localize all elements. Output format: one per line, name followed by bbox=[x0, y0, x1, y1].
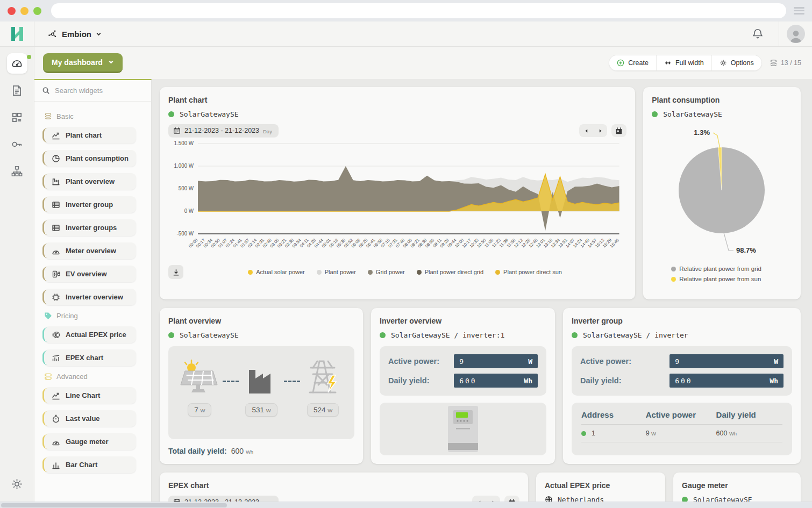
legend-item-relative-plant-power-from-sun[interactable]: Relative plant power from sun bbox=[671, 276, 792, 282]
pie-icon bbox=[52, 154, 60, 163]
device-name: SolarGatewaySE bbox=[180, 331, 239, 339]
nav-widgets[interactable] bbox=[7, 107, 27, 127]
gear-icon bbox=[11, 478, 23, 490]
widget-item-inverter-groups[interactable]: Inverter groups bbox=[44, 219, 136, 236]
scrollbar-thumb[interactable] bbox=[1, 503, 227, 507]
accent-arc bbox=[42, 174, 47, 189]
legend-dot bbox=[417, 270, 422, 275]
ev-icon bbox=[52, 270, 60, 278]
nav-access-keys[interactable] bbox=[7, 134, 27, 154]
calendar-today-icon bbox=[615, 127, 623, 134]
widget-item-gauge-meter[interactable]: Gauge meter bbox=[44, 433, 136, 450]
accent-arc bbox=[42, 151, 47, 166]
legend-item-plant-power[interactable]: Plant power bbox=[317, 269, 356, 275]
active-power-label: Active power: bbox=[580, 357, 631, 366]
legend-item-plant-power-direct-grid[interactable]: Plant power direct grid bbox=[417, 269, 483, 275]
triangle-right-icon bbox=[597, 128, 603, 134]
daily-yield-value-box: 600 Wh bbox=[454, 374, 538, 388]
browser-chrome bbox=[0, 0, 812, 22]
search-input[interactable] bbox=[55, 87, 144, 95]
widget-item-inverter-group[interactable]: Inverter group bbox=[44, 196, 136, 213]
widget-item-epex-chart[interactable]: EPEX chart bbox=[44, 349, 136, 366]
nav-dashboards[interactable] bbox=[7, 53, 27, 74]
solar-power-value: 7 W bbox=[188, 403, 211, 417]
widget-item-plant-consumption[interactable]: Plant consumption bbox=[44, 150, 136, 167]
widget-item-actual-epex-price[interactable]: Actual EPEX price bbox=[44, 326, 136, 343]
app-logo[interactable] bbox=[0, 22, 34, 46]
accent-arc bbox=[42, 128, 47, 142]
widget-item-last-value[interactable]: Last value bbox=[44, 410, 136, 427]
date-range-value: 21-12-2023 - 21-12-2023 bbox=[184, 127, 259, 134]
nav-settings[interactable] bbox=[7, 474, 27, 494]
dashboard-selector-button[interactable]: My dashboard bbox=[43, 53, 123, 73]
plant-chart-widget: Plant chart SolarGatewaySE 21-12-2023 - … bbox=[160, 87, 635, 299]
nav-invoices[interactable] bbox=[7, 80, 27, 101]
notifications-bell-icon[interactable] bbox=[752, 28, 764, 40]
widget-counter: 13 / 15 bbox=[770, 59, 801, 67]
minimize-window-button[interactable] bbox=[20, 7, 29, 15]
svg-text:15:46: 15:46 bbox=[609, 238, 621, 249]
widget-item-label: Plant consumption bbox=[66, 154, 129, 162]
inverter-table-panel: Address Active power Daily yield 19 W600… bbox=[572, 403, 792, 455]
active-power-value-box: 9 W bbox=[454, 354, 538, 368]
horizontal-scrollbar[interactable] bbox=[0, 502, 812, 508]
browser-menu-icon[interactable] bbox=[794, 7, 804, 15]
device-name: SolarGatewaySE bbox=[180, 110, 239, 118]
device-name: SolarGatewaySE bbox=[663, 110, 722, 118]
legend-item-actual-solar-power[interactable]: Actual solar power bbox=[248, 269, 305, 275]
org-selector[interactable]: Embion bbox=[34, 22, 102, 46]
total-daily-yield-label: Total daily yield: bbox=[168, 447, 227, 455]
options-label: Options bbox=[731, 59, 754, 67]
address-value: 1 bbox=[592, 430, 595, 437]
widget-item-plant-overview[interactable]: Plant overview bbox=[44, 173, 136, 190]
arrows-horizontal-icon bbox=[664, 59, 672, 67]
dashboard-toolbar: My dashboard Create Full width Options bbox=[34, 47, 812, 79]
toolbar-button-group: Create Full width Options bbox=[609, 55, 761, 71]
full-width-button[interactable]: Full width bbox=[656, 55, 711, 70]
options-button[interactable]: Options bbox=[711, 55, 761, 70]
accent-arc bbox=[42, 434, 47, 449]
plant-chart-canvas: 1.500 W1.000 W500 W0 W-500 W00:0000:1700… bbox=[168, 139, 626, 264]
jump-to-today-button[interactable] bbox=[611, 124, 626, 137]
date-range-picker[interactable]: 21-12-2023 - 21-12-2023 Day bbox=[168, 124, 279, 137]
legend-label: Relative plant power from grid bbox=[679, 266, 761, 272]
prev-period-button[interactable] bbox=[579, 124, 593, 137]
widget-item-label: EPEX chart bbox=[66, 354, 103, 362]
legend-item-relative-plant-power-from-grid[interactable]: Relative plant power from grid bbox=[671, 266, 792, 272]
widget-title: Gauge meter bbox=[682, 481, 792, 490]
next-period-button[interactable] bbox=[593, 124, 607, 137]
accent-arc bbox=[42, 327, 47, 342]
legend-item-grid-power[interactable]: Grid power bbox=[368, 269, 405, 275]
widget-title: Inverter overview bbox=[380, 317, 546, 325]
widget-item-line-chart[interactable]: Line Chart bbox=[44, 387, 136, 404]
accent-arc bbox=[42, 457, 47, 472]
hub-icon bbox=[47, 29, 58, 39]
avatar[interactable] bbox=[787, 25, 805, 43]
legend-dot bbox=[671, 267, 676, 271]
widget-item-label: Actual EPEX price bbox=[66, 331, 126, 339]
maximize-window-button[interactable] bbox=[33, 7, 41, 15]
download-chart-button[interactable] bbox=[168, 265, 183, 279]
url-bar[interactable] bbox=[51, 3, 786, 18]
legend-item-plant-power-direct-sun[interactable]: Plant power direct sun bbox=[495, 269, 562, 275]
widget-item-meter-overview[interactable]: Meter overview bbox=[44, 242, 136, 259]
dashboard-icon bbox=[11, 58, 23, 70]
widget-item-inverter-overview[interactable]: Inverter overview bbox=[44, 289, 136, 305]
accent-arc bbox=[42, 388, 47, 403]
close-window-button[interactable] bbox=[8, 7, 16, 15]
widget-item-label: Plant overview bbox=[66, 177, 115, 185]
create-button[interactable]: Create bbox=[609, 55, 656, 70]
nav-topology[interactable] bbox=[7, 161, 27, 181]
widget-item-ev-overview[interactable]: EV overview bbox=[44, 266, 136, 282]
person-icon bbox=[788, 28, 804, 43]
avatar-cell bbox=[779, 22, 812, 46]
table-row: 19 W600 Wh bbox=[581, 425, 782, 442]
widget-item-bar-chart[interactable]: Bar Chart bbox=[44, 456, 136, 473]
epexchart-icon bbox=[52, 354, 60, 362]
inverter-values-panel: Active power: 9 W Daily yield: 600 bbox=[380, 346, 546, 396]
widget-item-plant-chart[interactable]: Plant chart bbox=[44, 127, 136, 144]
widget-item-label: Last value bbox=[66, 414, 100, 423]
legend-label: Grid power bbox=[376, 269, 405, 275]
flow-dash-left bbox=[223, 381, 239, 382]
accent-arc bbox=[42, 220, 47, 235]
